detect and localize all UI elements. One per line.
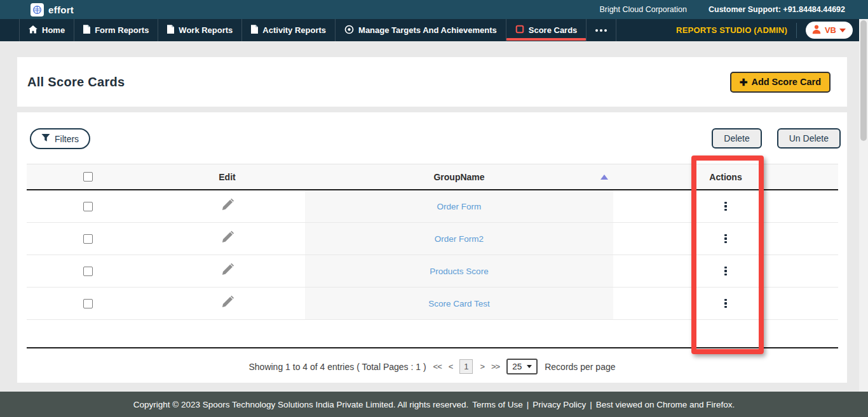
table-row: Products Score [27, 255, 838, 288]
effort-logo[interactable]: effort [31, 3, 74, 17]
edit-icon[interactable] [220, 230, 234, 247]
records-per-page-select[interactable]: 25 [506, 359, 538, 374]
table-card: Filters Delete Un Delete Edit GroupName … [17, 112, 847, 383]
kebab-menu-icon[interactable] [722, 232, 729, 246]
copyright-text: Copyright © 2023 Spoors Technology Solut… [133, 400, 468, 409]
table-row: Order Form2 [27, 223, 838, 255]
scrollbar-thumb[interactable] [860, 20, 867, 141]
select-all-checkbox[interactable] [83, 172, 93, 182]
nav-label: Home [42, 25, 65, 35]
page-title: All Score Cards [27, 75, 125, 89]
filter-icon [41, 133, 50, 144]
group-name-link[interactable]: Products Score [430, 267, 488, 276]
score-cards-table: Edit GroupName Actions Order Form [27, 164, 838, 348]
groupname-header-label: GroupName [433, 172, 484, 182]
nav-label: Form Reports [95, 25, 149, 35]
edit-header: Edit [149, 164, 305, 189]
nav-label: Activity Reports [262, 25, 326, 35]
chevron-down-icon [527, 365, 532, 368]
delete-button[interactable]: Delete [712, 128, 761, 149]
file-icon [83, 25, 90, 36]
row-checkbox[interactable] [83, 234, 93, 244]
more-icon [595, 29, 607, 32]
table-footer-spacer [27, 320, 838, 348]
best-viewed-text: Best viewed on Chrome and Firefox. [596, 400, 735, 409]
row-checkbox[interactable] [83, 267, 93, 276]
group-name-link[interactable]: Score Card Test [428, 299, 490, 308]
target-icon [344, 25, 354, 36]
nav-item-score-cards[interactable]: Score Cards [506, 19, 587, 41]
role-label: REPORTS STUDIO (ADMIN) [676, 25, 787, 35]
first-page-button[interactable]: << [433, 362, 442, 371]
vertical-scrollbar [859, 19, 868, 417]
nav-item-more[interactable] [587, 19, 616, 41]
table-row: Score Card Test [27, 288, 838, 320]
filters-button[interactable]: Filters [30, 128, 90, 149]
select-all-cell [27, 164, 149, 189]
title-card: All Score Cards ✚ Add Score Card [17, 57, 847, 107]
edit-icon[interactable] [220, 263, 234, 279]
nav-label: Work Reports [179, 25, 233, 35]
table-header-row: Edit GroupName Actions [27, 164, 838, 190]
main-nav: Home Form Reports Work Reports Activity … [0, 19, 868, 41]
page-footer: Copyright © 2023 Spoors Technology Solut… [0, 392, 868, 417]
pagination-bar: Showing 1 to 4 of 4 entries ( Total Page… [17, 359, 847, 374]
records-per-page-label: Records per page [545, 362, 615, 372]
user-icon [811, 24, 822, 37]
footer-separator: | [527, 400, 529, 409]
divider [796, 23, 797, 38]
prev-page-button[interactable]: < [449, 362, 453, 371]
records-per-page-value: 25 [512, 362, 522, 371]
nav-label: Manage Targets And Achievements [358, 25, 497, 35]
filters-label: Filters [55, 134, 79, 144]
edit-icon[interactable] [220, 198, 234, 215]
effort-logo-icon [31, 3, 44, 17]
top-bar: effort Bright Cloud Corporation Customer… [0, 0, 868, 19]
footer-separator: | [590, 400, 592, 409]
row-checkbox[interactable] [83, 202, 93, 211]
caret-down-icon [839, 29, 846, 32]
last-page-button[interactable]: >> [491, 362, 499, 371]
row-checkbox[interactable] [83, 299, 93, 308]
next-page-button[interactable]: > [480, 362, 484, 371]
group-name-link[interactable]: Order Form2 [435, 234, 484, 244]
user-initials: VB [825, 25, 836, 35]
add-score-card-label: Add Score Card [751, 77, 821, 87]
add-score-card-button[interactable]: ✚ Add Score Card [730, 72, 831, 93]
user-menu-button[interactable]: VB [806, 22, 853, 39]
group-name-link[interactable]: Order Form [437, 202, 482, 211]
sort-asc-icon[interactable] [600, 175, 608, 180]
nav-item-manage-targets[interactable]: Manage Targets And Achievements [336, 19, 506, 41]
nav-item-work-reports[interactable]: Work Reports [158, 19, 242, 41]
brand-name: effort [48, 4, 74, 15]
actions-header: Actions [613, 164, 838, 189]
file-icon [167, 25, 174, 36]
customer-support-text: Customer Support: +91.84484.44692 [709, 5, 845, 14]
home-icon [29, 25, 37, 36]
kebab-menu-icon[interactable] [722, 296, 729, 311]
nav-item-home[interactable]: Home [19, 19, 74, 41]
file-icon [251, 25, 258, 36]
pagination-summary: Showing 1 to 4 of 4 entries ( Total Page… [248, 362, 426, 372]
company-name: Bright Cloud Corporation [599, 5, 687, 14]
table-row: Order Form [27, 190, 838, 223]
terms-of-use-link[interactable]: Terms of Use [472, 400, 523, 409]
edit-icon[interactable] [220, 295, 234, 312]
nav-item-form-reports[interactable]: Form Reports [74, 19, 158, 41]
undelete-button[interactable]: Un Delete [777, 128, 841, 149]
privacy-policy-link[interactable]: Privacy Policy [532, 400, 586, 409]
groupname-header[interactable]: GroupName [305, 164, 613, 189]
nav-label: Score Cards [529, 25, 578, 35]
kebab-menu-icon[interactable] [722, 199, 729, 214]
nav-item-activity-reports[interactable]: Activity Reports [242, 19, 336, 41]
current-page-button[interactable]: 1 [459, 359, 473, 374]
scorecard-icon [515, 25, 524, 36]
kebab-menu-icon[interactable] [722, 264, 729, 279]
plus-icon: ✚ [740, 77, 748, 87]
